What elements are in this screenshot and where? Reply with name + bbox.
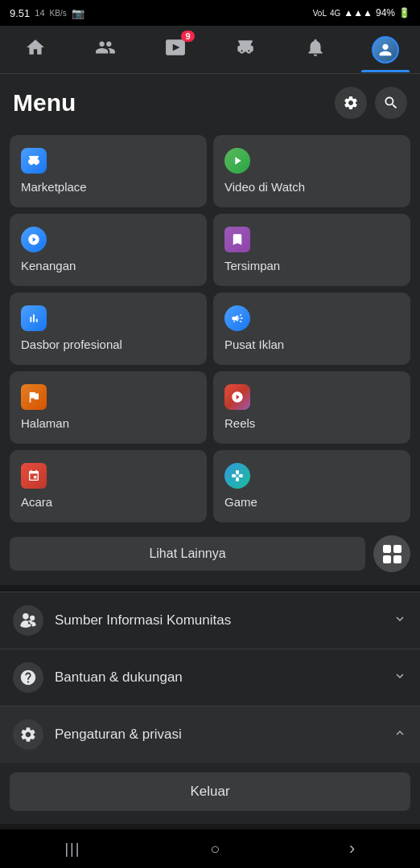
bell-icon (305, 37, 326, 63)
game-icon (224, 463, 250, 489)
sumber-icon (13, 605, 43, 636)
friends-icon (95, 37, 116, 63)
battery-icon: 🔋 (398, 7, 410, 18)
nav-profile[interactable] (361, 27, 410, 72)
accordion-sumber-header: Sumber Informasi Komunitas (0, 592, 420, 649)
dasbor-label: Dasbor profesional (21, 338, 196, 351)
camera-icon: 📷 (72, 7, 84, 19)
video-watch-icon (224, 148, 250, 174)
search-button[interactable] (375, 87, 407, 119)
status-signal: 14 (35, 8, 44, 18)
menu-item-dasbor[interactable]: Dasbor profesional (10, 293, 207, 365)
sumber-chevron (393, 612, 407, 630)
acara-icon (21, 463, 47, 489)
bantuan-chevron (393, 669, 407, 687)
grid-dot-1 (383, 545, 391, 553)
iklan-icon (224, 305, 250, 331)
recent-gesture-button[interactable]: ‹ (330, 832, 374, 866)
section-divider (0, 585, 420, 592)
status-unit: KB/s (50, 9, 67, 18)
status-time: 9.51 (10, 7, 30, 19)
nav-watch[interactable]: 9 (151, 27, 200, 72)
accordion-pengaturan-header: Pengaturan & privasi (0, 706, 420, 763)
keluar-button[interactable]: Keluar (10, 772, 410, 811)
pengaturan-chevron (393, 726, 407, 744)
reels-icon (224, 384, 250, 410)
grid-view-button[interactable] (373, 535, 410, 572)
page-title: Menu (13, 89, 76, 117)
tersimpan-icon (224, 227, 250, 252)
halaman-label: Halaman (21, 416, 196, 430)
back-gesture-button[interactable]: ||| (45, 834, 100, 864)
keluar-container: Keluar (0, 763, 420, 824)
lihat-container: Lihat Lainnya (0, 529, 420, 585)
lihat-lainnya-button[interactable]: Lihat Lainnya (10, 537, 365, 571)
kenangan-label: Kenangan (21, 259, 196, 272)
kenangan-icon (21, 227, 47, 252)
home-gesture-button[interactable]: ○ (191, 833, 239, 865)
grid-icon (383, 545, 401, 563)
menu-item-game[interactable]: Game (213, 450, 410, 522)
tersimpan-label: Tersimpan (224, 259, 399, 272)
sumber-label: Sumber Informasi Komunitas (55, 612, 381, 628)
bantuan-label: Bantuan & dukungan (55, 669, 381, 686)
menu-item-kenangan[interactable]: Kenangan (10, 214, 207, 286)
iklan-label: Pusat Iklan (224, 338, 399, 351)
menu-item-acara[interactable]: Acara (10, 450, 207, 522)
network-type: 4G (330, 9, 340, 18)
reels-label: Reels (224, 416, 399, 430)
settings-button[interactable] (335, 87, 367, 119)
watch-badge: 9 (181, 31, 194, 42)
marketplace-label: Marketplace (21, 180, 196, 194)
menu-item-iklan[interactable]: Pusat Iklan (213, 293, 410, 365)
status-bar: 9.51 14 KB/s 📷 VoL 4G ▲▲▲ 94% 🔋 (0, 0, 420, 26)
nav-bar: 9 (0, 26, 420, 74)
page-header: Menu (0, 74, 420, 125)
nav-marketplace[interactable] (221, 27, 270, 72)
game-label: Game (224, 495, 399, 509)
accordion-pengaturan[interactable]: Pengaturan & privasi (0, 706, 420, 763)
nav-notifications[interactable] (291, 27, 340, 72)
avatar (372, 36, 399, 63)
signal-bars: ▲▲▲ (344, 7, 373, 18)
header-actions (335, 87, 407, 119)
nav-home[interactable] (11, 27, 60, 72)
marketplace-nav-icon (235, 37, 256, 63)
bantuan-icon (13, 662, 43, 693)
search-icon (383, 95, 399, 111)
grid-dot-4 (393, 555, 401, 563)
menu-item-reels[interactable]: Reels (213, 371, 410, 444)
accordion-sumber[interactable]: Sumber Informasi Komunitas (0, 592, 420, 649)
grid-dot-2 (393, 545, 401, 553)
menu-grid: Marketplace Video di Watch Kenangan Ters… (0, 125, 420, 529)
nav-friends[interactable] (81, 27, 130, 72)
vol-lte: VoL (313, 9, 327, 18)
marketplace-icon (21, 148, 47, 174)
video-watch-label: Video di Watch (224, 180, 399, 194)
gear-icon (343, 95, 359, 111)
status-right: VoL 4G ▲▲▲ 94% 🔋 (313, 7, 410, 18)
dasbor-icon (21, 305, 47, 331)
menu-item-tersimpan[interactable]: Tersimpan (213, 214, 410, 286)
accordion-bantuan[interactable]: Bantuan & dukungan (0, 649, 420, 706)
acara-label: Acara (21, 495, 196, 509)
pengaturan-icon (13, 719, 43, 750)
menu-item-halaman[interactable]: Halaman (10, 371, 207, 444)
accordion-bantuan-header: Bantuan & dukungan (0, 649, 420, 706)
main-content: Menu Marketplace Video di Watch (0, 74, 420, 862)
battery-percent: 94% (376, 7, 395, 18)
menu-item-marketplace[interactable]: Marketplace (10, 135, 207, 207)
bottom-nav: ||| ○ ‹ (0, 829, 420, 868)
home-icon (25, 37, 46, 63)
pengaturan-label: Pengaturan & privasi (55, 727, 381, 743)
grid-dot-3 (383, 555, 391, 563)
halaman-icon (21, 384, 47, 410)
status-left: 9.51 14 KB/s 📷 (10, 7, 84, 19)
menu-item-video-watch[interactable]: Video di Watch (213, 135, 410, 207)
